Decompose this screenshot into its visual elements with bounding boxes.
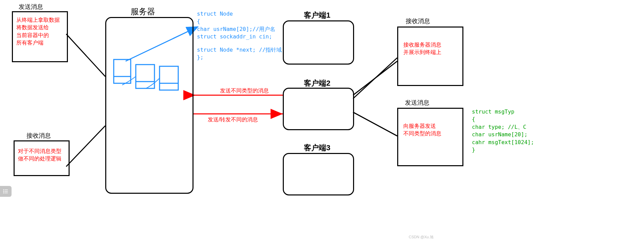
list-icon bbox=[3, 188, 9, 194]
code-line: { bbox=[197, 18, 282, 25]
client1-box bbox=[283, 20, 354, 65]
text-line: 向服务器发送 bbox=[403, 122, 457, 130]
client3-title: 客户端3 bbox=[304, 143, 330, 153]
recv-left-title: 接收消息 bbox=[26, 132, 51, 140]
recv-right-box: 接收服务器消息 并展示到终端上 bbox=[397, 27, 463, 86]
code-line: char type; //L、C bbox=[472, 123, 534, 131]
recv-left-text: 对于不同消息类型 做不同的处理逻辑 bbox=[15, 141, 69, 169]
code-line: struct Node bbox=[197, 10, 282, 18]
text-line: 从终端上拿取数据 bbox=[16, 16, 63, 24]
svg-line-2 bbox=[353, 61, 397, 95]
struct-msg-code: struct msgTyp { char type; //L、C char us… bbox=[472, 108, 534, 154]
send-right-box: 向服务器发送 不同类型的消息 bbox=[397, 108, 463, 166]
text-line: 对于不同消息类型 bbox=[18, 148, 65, 155]
send-right-title: 发送消息 bbox=[405, 99, 429, 107]
text-line: 所有客户端 bbox=[16, 39, 63, 47]
code-line: } bbox=[472, 146, 534, 154]
svg-line-5 bbox=[353, 112, 397, 136]
toc-button[interactable] bbox=[0, 186, 12, 197]
send-left-box: 从终端上拿取数据 将数据发送给 当前容器中的 所有客户端 bbox=[12, 11, 68, 62]
text-line: 不同类型的消息 bbox=[403, 130, 457, 137]
code-line: cahr msgText[1024]; bbox=[472, 139, 534, 146]
watermark: CSDN @Xu.旭 bbox=[409, 235, 434, 240]
client2-box bbox=[283, 88, 354, 130]
recv-right-text: 接收服务器消息 并展示到终端上 bbox=[398, 28, 462, 70]
svg-line-4 bbox=[353, 58, 397, 99]
svg-point-19 bbox=[3, 191, 4, 192]
server-title: 服务器 bbox=[131, 6, 155, 17]
code-line: char usrName[20]; bbox=[472, 131, 534, 138]
send-right-text: 向服务器发送 不同类型的消息 bbox=[398, 109, 462, 151]
code-line: struct Node *next; //指针域 bbox=[197, 46, 282, 54]
recv-right-title: 接收消息 bbox=[406, 17, 430, 25]
client2-title: 客户端2 bbox=[304, 78, 330, 88]
server-box bbox=[105, 17, 194, 194]
send-left-title: 发送消息 bbox=[19, 3, 43, 11]
svg-line-3 bbox=[353, 112, 397, 136]
code-line: char usrName[20];//用户名 bbox=[197, 25, 282, 33]
svg-point-20 bbox=[3, 193, 4, 193]
struct-node-code: struct Node { char usrName[20];//用户名 str… bbox=[197, 10, 282, 61]
text-line: 将数据发送给 bbox=[16, 24, 63, 31]
client1-title: 客户端1 bbox=[304, 10, 330, 20]
text-line: 接收服务器消息 bbox=[403, 41, 457, 49]
client3-box bbox=[283, 153, 354, 195]
text-line: 并展示到终端上 bbox=[403, 49, 457, 56]
text-line: 当前容器中的 bbox=[16, 32, 63, 39]
code-line: struct msgTyp bbox=[472, 108, 534, 116]
arrow-label-bottom: 发送/转发不同的消息 bbox=[208, 116, 258, 123]
recv-left-box: 对于不同消息类型 做不同的处理逻辑 bbox=[14, 140, 70, 176]
arrow-label-top: 发送不同类型的消息 bbox=[220, 87, 269, 94]
send-left-text: 从终端上拿取数据 将数据发送给 当前容器中的 所有客户端 bbox=[13, 12, 67, 51]
svg-point-18 bbox=[3, 190, 4, 190]
code-line: { bbox=[472, 116, 534, 123]
svg-line-0 bbox=[66, 34, 105, 76]
code-line: }; bbox=[197, 54, 282, 61]
code-line: struct sockaddr_in cin; bbox=[197, 33, 282, 40]
text-line: 做不同的处理逻辑 bbox=[18, 155, 65, 162]
code-line bbox=[197, 41, 282, 46]
svg-line-1 bbox=[66, 126, 105, 167]
